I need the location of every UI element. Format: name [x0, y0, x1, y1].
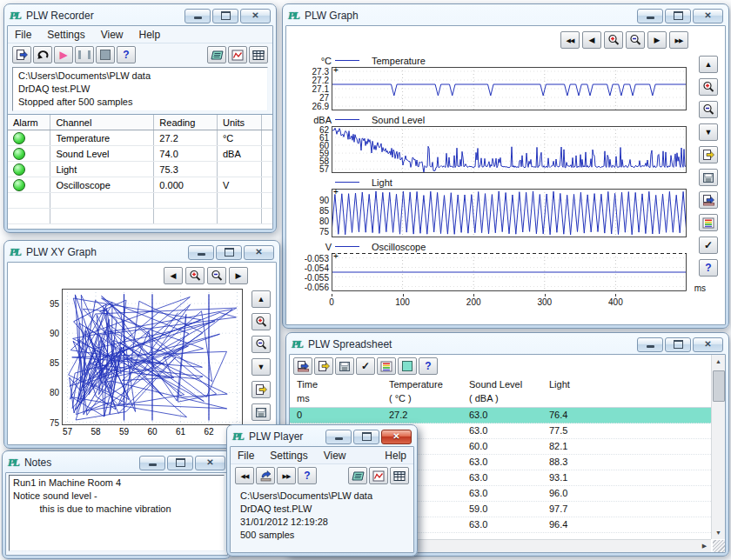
- menu-item-file[interactable]: File: [238, 450, 254, 462]
- rerecord-button[interactable]: [12, 46, 31, 63]
- titlebar-player[interactable]: PL PLW Player ✕: [227, 425, 417, 447]
- minimize-button[interactable]: [188, 245, 214, 260]
- check-button[interactable]: ✓: [699, 237, 718, 254]
- column-header[interactable]: Reading: [154, 115, 218, 130]
- pause-button[interactable]: [75, 46, 94, 63]
- resize-grip[interactable]: [713, 540, 725, 552]
- spreadsheet-window-button[interactable]: [390, 467, 409, 484]
- minimize-button[interactable]: [637, 9, 663, 23]
- stop-button[interactable]: [96, 46, 115, 63]
- notes-text[interactable]: Run1 in Machine Room 4Notice sound level…: [9, 475, 225, 551]
- spreadsheet-window-button[interactable]: [249, 46, 268, 63]
- undo-button[interactable]: [33, 46, 52, 63]
- zoom-out-button[interactable]: [251, 336, 271, 353]
- column-header[interactable]: Temperature: [389, 379, 443, 390]
- copy-button[interactable]: [699, 146, 718, 163]
- colors-button[interactable]: [377, 357, 396, 375]
- menu-item-file[interactable]: File: [15, 29, 31, 41]
- menu-item-settings[interactable]: Settings: [270, 450, 307, 462]
- zoom-out-button[interactable]: [207, 267, 226, 284]
- menu-item-help[interactable]: Help: [385, 450, 406, 462]
- export-button[interactable]: [699, 191, 718, 209]
- record-button[interactable]: ▶: [54, 46, 73, 63]
- column-header[interactable]: Channel: [50, 115, 154, 130]
- titlebar-notes[interactable]: PL Notes ✕: [3, 451, 231, 473]
- check-button[interactable]: ✓: [356, 357, 375, 375]
- menu-item-view[interactable]: View: [101, 29, 124, 41]
- next-button[interactable]: ▶: [229, 267, 248, 284]
- save-button[interactable]: [251, 403, 271, 421]
- close-button[interactable]: ✕: [693, 337, 723, 352]
- copy-button[interactable]: [314, 357, 333, 375]
- minimize-button[interactable]: [139, 456, 165, 470]
- minimize-button[interactable]: [637, 337, 663, 352]
- channel-row[interactable]: Oscilloscope0.000V: [8, 177, 272, 193]
- help-button[interactable]: ?: [298, 467, 317, 484]
- graph-window-button[interactable]: [369, 467, 388, 484]
- copy-button[interactable]: [251, 381, 271, 398]
- titlebar-graph[interactable]: PL PLW Graph ✕: [283, 4, 728, 26]
- help-button[interactable]: ?: [419, 357, 438, 375]
- export-button[interactable]: [293, 357, 312, 375]
- maximize-button[interactable]: [665, 337, 691, 352]
- close-button[interactable]: ✕: [381, 430, 412, 444]
- notes-window-button[interactable]: [348, 467, 367, 484]
- column-header[interactable]: Time: [297, 379, 318, 390]
- titlebar-spreadsheet[interactable]: PL PLW Spreadsheet ✕: [286, 333, 728, 355]
- vertical-scrollbar[interactable]: ▲ ▼: [711, 355, 725, 539]
- close-button[interactable]: ✕: [240, 9, 271, 23]
- zoom-in-button[interactable]: [699, 78, 718, 96]
- column-header[interactable]: Alarm: [8, 115, 50, 130]
- help-button[interactable]: ?: [117, 46, 136, 63]
- menu-item-view[interactable]: View: [324, 450, 346, 462]
- channel-row[interactable]: Temperature27.2°C: [8, 130, 272, 146]
- zoom-in-button[interactable]: [604, 31, 623, 49]
- colors-button[interactable]: [699, 214, 718, 231]
- minimize-button[interactable]: [325, 430, 352, 444]
- titlebar-xy[interactable]: PL PLW XY Graph ✕: [4, 241, 279, 263]
- column-header[interactable]: Units: [218, 115, 262, 130]
- column-header[interactable]: Light: [549, 379, 570, 390]
- zoom-out-button[interactable]: [626, 31, 645, 49]
- channel-row[interactable]: Sound Level74.0dBA: [8, 146, 272, 162]
- zoom-in-button[interactable]: [185, 267, 205, 284]
- maximize-button[interactable]: [353, 430, 379, 444]
- channel-row[interactable]: Light75.3: [8, 162, 272, 177]
- rewind-button[interactable]: ◀◀: [235, 467, 254, 484]
- menu-item-settings[interactable]: Settings: [47, 29, 84, 41]
- up-button[interactable]: ▲: [251, 290, 271, 308]
- last-button[interactable]: ▶▶: [669, 31, 688, 49]
- close-button[interactable]: ✕: [195, 456, 225, 470]
- maximize-button[interactable]: [212, 9, 238, 23]
- close-button[interactable]: ✕: [244, 245, 274, 260]
- notes-window-button[interactable]: [207, 46, 226, 63]
- forward-button[interactable]: ▶▶: [277, 467, 296, 484]
- data-row[interactable]: 027.263.076.4: [290, 408, 711, 423]
- scroll-right-arrow[interactable]: ▶: [698, 540, 711, 552]
- prev-button[interactable]: ◀: [582, 31, 601, 49]
- menu-item-help[interactable]: Help: [139, 29, 161, 41]
- prev-button[interactable]: ◀: [164, 267, 183, 284]
- close-button[interactable]: ✕: [693, 9, 723, 23]
- next-button[interactable]: ▶: [647, 31, 667, 49]
- minimize-button[interactable]: [184, 9, 211, 23]
- save-button[interactable]: [335, 357, 354, 375]
- select-button[interactable]: [398, 357, 417, 375]
- down-button[interactable]: ▼: [699, 123, 718, 141]
- maximize-button[interactable]: [167, 456, 193, 470]
- reload-button[interactable]: [256, 467, 275, 484]
- up-button[interactable]: ▲: [699, 56, 718, 73]
- maximize-button[interactable]: [216, 245, 242, 260]
- scroll-down-arrow[interactable]: ▼: [712, 526, 725, 539]
- help-button[interactable]: ?: [699, 259, 718, 277]
- zoom-in-button[interactable]: [251, 313, 271, 330]
- graph-window-button[interactable]: [228, 46, 247, 63]
- first-button[interactable]: ◀◀: [560, 31, 580, 49]
- scroll-up-arrow[interactable]: ▲: [712, 355, 725, 368]
- zoom-out-button[interactable]: [699, 101, 718, 118]
- down-button[interactable]: ▼: [251, 358, 271, 376]
- save-button[interactable]: [699, 169, 718, 186]
- column-header[interactable]: [262, 115, 272, 130]
- column-header[interactable]: Sound Level: [469, 379, 522, 390]
- scroll-thumb[interactable]: [713, 370, 725, 402]
